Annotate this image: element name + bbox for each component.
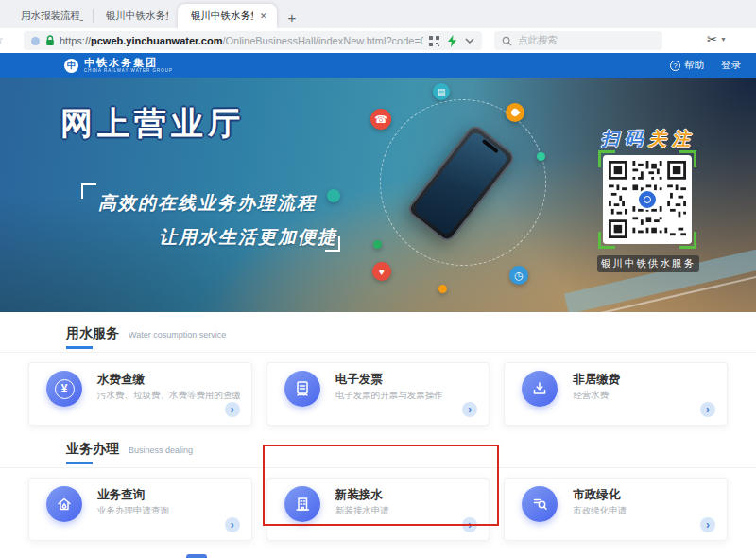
screenshot-tool-button[interactable]: ✂▼ [707,32,727,46]
url-text: https://pcweb.yinchuanwater.com/OnlineBu… [60,35,423,46]
card-row-business-dealing: 业务查询 业务办理申请查询 › 新装接水 新装接水申请 › 市政绿化 市政绿化申… [28,478,728,541]
card-title: 市政绿化 [573,487,620,503]
tab-label: 银川中铁水务集 [191,9,253,23]
browser-tab-active[interactable]: 银川中铁水务集 ✕ [178,4,277,28]
quote-open-bracket [81,183,96,199]
main-content: 用水服务 Water cosumption service ¥ 水费查缴 污水费… [0,312,756,558]
arrow-right-icon[interactable]: › [700,517,715,532]
logo-subtext: CHINA RAILWAY WATER GROUP [84,69,173,74]
card-title: 新装接水 [335,487,383,503]
tab-label: 银川中铁水务集 [106,9,168,23]
qr-center-logo [637,189,658,210]
qr-corner-icon [679,150,696,167]
arrow-right-icon[interactable]: › [700,402,715,417]
qr-panel-title: 扫码关注 [593,127,703,151]
site-logo-icon: 中 [64,59,78,73]
heart-icon: ♥ [372,262,391,281]
tab-label: 用水报装流程_ [21,9,83,23]
river-decoration [564,236,756,312]
section-subtitle: Water cosumption service [129,330,226,340]
water-drop-icon [506,103,524,122]
dot-decoration [327,189,340,202]
section-subtitle: Business dealing [129,445,193,455]
lightning-icon[interactable] [448,35,456,47]
login-link[interactable]: 登录 [721,59,741,72]
browser-search[interactable]: 点此搜索 [494,31,662,50]
qr-code [603,155,692,244]
receipt-icon [284,371,320,407]
card-title: 业务查询 [97,487,145,503]
section-header-water-service: 用水服务 Water cosumption service [0,325,756,353]
dot-decoration [438,285,447,293]
card-title: 电子发票 [335,372,383,388]
dot-decoration [373,240,382,249]
browser-toolbar: ☆ https://pcweb.yinchuanwater.com/Online… [0,28,756,53]
card-electronic-invoice[interactable]: 电子发票 电子发票的开票与发票操作 › [266,362,490,426]
card-description: 市政绿化申请 [573,505,627,517]
hero-slogan-line1: 高效的在线业务办理流程 [98,191,317,216]
arrow-right-icon[interactable]: › [225,517,240,532]
building-icon [284,486,320,522]
clock-icon: ◷ [509,266,528,285]
hero-slogan-line2: 让用水生活更加便捷 [159,225,337,250]
lock-icon [45,35,55,46]
qr-grid-icon[interactable] [429,36,439,46]
browser-tab-2[interactable]: 银川中铁水务集 [93,4,178,28]
chevron-down-icon[interactable] [465,38,474,44]
partial-card-sliver [186,554,207,558]
card-business-inquiry[interactable]: 业务查询 业务办理申请查询 › [28,478,252,541]
card-description: 业务办理申请查询 [97,505,169,517]
caret-down-icon: ▼ [720,36,727,43]
hero-title: 网上营业厅 [60,102,245,146]
help-label: 帮助 [684,59,704,72]
section-title: 业务办理 [66,441,119,462]
card-title: 非居缴费 [573,372,620,388]
card-description: 污水费、垃圾费、水费等费用的查缴 [97,390,241,402]
favicon [31,37,40,45]
help-link[interactable]: ? 帮助 [670,59,704,72]
phone-call-icon: ☎ [370,109,391,130]
search-icon [502,36,512,46]
qr-corner-icon [598,150,615,167]
hero-banner: ☎ ▤ ◷ ♥ 网上营业厅 高效的在线业务办理流程 让用水生活更加便捷 扫码关注 [0,78,756,312]
toolbar-fragment-icon: ☆ [0,33,4,46]
site-header: 中 中铁水务集团 CHINA RAILWAY WATER GROUP ? 帮助 … [0,53,756,78]
document-icon: ▤ [433,83,450,100]
tab-close-icon[interactable]: ✕ [260,11,267,21]
tray-download-icon [522,371,558,407]
qr-caption: 银川中铁供水服务 [597,255,699,272]
browser-tab-bar: 用水报装流程_ 银川中铁水务集 银川中铁水务集 ✕ + [0,0,756,28]
card-description: 新装接水申请 [335,505,389,517]
qr-corner-icon [679,232,696,249]
card-row-water-service: ¥ 水费查缴 污水费、垃圾费、水费等费用的查缴 › 电子发票 电子发票的开票与发… [28,362,728,426]
dot-decoration [537,152,545,161]
arrow-right-icon[interactable]: › [225,402,240,417]
address-bar[interactable]: https://pcweb.yinchuanwater.com/OnlineBu… [24,31,482,50]
card-non-residential-payment[interactable]: 非居缴费 经营水费 › [504,362,728,426]
arrow-right-icon[interactable]: › [462,402,477,417]
question-icon: ? [670,61,680,71]
card-new-water-connection[interactable]: 新装接水 新装接水申请 › [266,478,490,541]
home-drop-icon [46,486,82,522]
logo-text: 中铁水务集团 [84,58,173,68]
section-title: 用水服务 [66,325,119,346]
card-description: 经营水费 [573,390,609,402]
search-doc-icon [522,486,558,522]
card-description: 电子发票的开票与发票操作 [335,390,443,402]
card-water-fee-inquiry[interactable]: ¥ 水费查缴 污水费、垃圾费、水费等费用的查缴 › [28,362,252,426]
card-municipal-greening[interactable]: 市政绿化 市政绿化申请 › [504,478,728,541]
site-logo: 中铁水务集团 CHINA RAILWAY WATER GROUP [84,58,173,74]
card-title: 水费查缴 [97,372,145,388]
new-tab-button[interactable]: + [288,10,297,25]
yuan-circle-icon: ¥ [46,371,82,407]
qr-corner-icon [598,232,615,249]
arrow-right-icon[interactable]: › [462,517,477,532]
search-placeholder: 点此搜索 [518,34,558,47]
browser-tab-1[interactable]: 用水报装流程_ [8,4,93,28]
quote-close-bracket [325,236,340,252]
section-header-business-dealing: 业务办理 Business dealing [0,441,756,468]
